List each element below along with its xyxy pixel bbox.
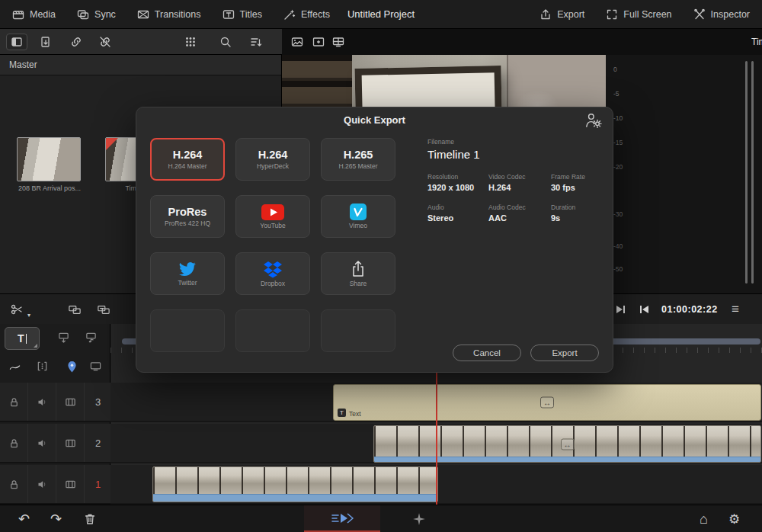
tab-color-page[interactable] bbox=[402, 505, 436, 532]
image-icon bbox=[291, 36, 303, 48]
safe-area-icon bbox=[312, 36, 325, 48]
keyword-range-button[interactable] bbox=[37, 361, 48, 372]
inspector-label: Inspector bbox=[711, 9, 750, 20]
track-mute-toggle[interactable] bbox=[28, 465, 56, 503]
preset-subtitle: H.265 Master bbox=[338, 162, 377, 170]
marker-button[interactable] bbox=[66, 360, 78, 373]
preset-subtitle: HyperDeck bbox=[257, 162, 289, 170]
media-button[interactable]: Media bbox=[12, 8, 56, 21]
text-tool-button[interactable]: T bbox=[5, 327, 40, 350]
sync-label: Sync bbox=[94, 9, 116, 20]
sync-button[interactable]: Sync bbox=[77, 8, 116, 21]
monitor-icon bbox=[332, 36, 344, 48]
cut-tool-caret: ▾ bbox=[27, 311, 30, 318]
media-pool-toggle-button[interactable] bbox=[6, 34, 27, 50]
track-enable-toggle[interactable] bbox=[56, 383, 85, 421]
preset-empty-slot bbox=[321, 309, 395, 352]
field-label: Video Codec bbox=[488, 173, 551, 181]
transitions-button[interactable]: Transitions bbox=[137, 8, 201, 21]
field-label: Duration bbox=[551, 204, 604, 211]
title-clip[interactable]: ↔ T Text bbox=[333, 384, 761, 421]
fullscreen-icon bbox=[606, 8, 618, 21]
timeline-usage-flag bbox=[106, 138, 118, 150]
tab-cut-page[interactable] bbox=[304, 505, 380, 532]
undo-button[interactable]: ↶ bbox=[18, 512, 30, 526]
title-clip-label: Text bbox=[349, 410, 361, 418]
fullscreen-button[interactable]: Full Screen bbox=[606, 8, 671, 21]
media-clip-thumbnail-1[interactable] bbox=[17, 137, 81, 181]
sort-button[interactable] bbox=[250, 36, 262, 48]
timeline-selector[interactable]: Timeline 1 ▾ bbox=[739, 29, 762, 55]
settings-button[interactable]: ⚙ bbox=[728, 511, 740, 527]
field-label: Frame Rate bbox=[551, 173, 604, 181]
clip-audio-bar bbox=[153, 494, 437, 502]
retime-icon: ↔ bbox=[540, 397, 554, 409]
speaker-icon bbox=[37, 437, 48, 449]
cut-tool-button[interactable] bbox=[11, 303, 23, 316]
menu-icon: ≡ bbox=[732, 302, 739, 316]
placement-mode-button[interactable] bbox=[69, 303, 81, 316]
timeline-options-button[interactable]: ≡ bbox=[732, 302, 739, 317]
bin-view-button[interactable] bbox=[184, 36, 197, 48]
replace-mode-button[interactable] bbox=[98, 303, 110, 316]
inspector-button[interactable]: Inspector bbox=[693, 8, 750, 21]
track-header-2[interactable]: 2 bbox=[0, 424, 110, 463]
append-clip-button[interactable] bbox=[58, 332, 69, 343]
effects-button[interactable]: Effects bbox=[283, 8, 330, 21]
media-view-button[interactable] bbox=[291, 36, 303, 48]
preset-h264-master[interactable]: H.264 H.264 Master bbox=[150, 138, 225, 181]
sort-icon bbox=[250, 36, 262, 48]
preset-youtube[interactable]: YouTube bbox=[235, 195, 310, 238]
preset-subtitle: Vimeo bbox=[349, 222, 367, 229]
bin-breadcrumb[interactable]: Master bbox=[0, 55, 281, 75]
skip-forward-button[interactable] bbox=[614, 303, 626, 316]
delete-button[interactable] bbox=[84, 513, 96, 525]
sync-clips-button[interactable] bbox=[70, 36, 82, 48]
track-enable-toggle[interactable] bbox=[56, 465, 85, 503]
skip-back-button[interactable] bbox=[639, 303, 651, 316]
search-button[interactable] bbox=[219, 36, 232, 48]
top-toolbar: Media Sync Transitions Titles Effects Un… bbox=[0, 0, 762, 29]
track-header-3[interactable]: 3 bbox=[0, 383, 110, 422]
track-lock-toggle[interactable] bbox=[0, 424, 28, 462]
sync-icon bbox=[77, 8, 89, 21]
export-settings-grid: Resolution 1920 x 1080 Video Codec H.264… bbox=[427, 173, 604, 223]
field-value: 30 fps bbox=[551, 183, 604, 192]
preset-h265-master[interactable]: H.265 H.265 Master bbox=[321, 138, 395, 181]
preset-prores[interactable]: ProRes ProRes 422 HQ bbox=[150, 195, 225, 238]
multicam-view-button[interactable] bbox=[332, 36, 344, 48]
unlink-clips-button[interactable] bbox=[99, 36, 111, 48]
preset-hyperdeck[interactable]: H.264 HyperDeck bbox=[235, 138, 310, 181]
track-mute-toggle[interactable] bbox=[28, 383, 56, 421]
track-header-1[interactable]: 1 bbox=[0, 465, 110, 505]
preset-dropbox[interactable]: Dropbox bbox=[235, 252, 310, 295]
preset-subtitle: YouTube bbox=[260, 222, 285, 229]
video-clip-track1[interactable] bbox=[152, 466, 438, 502]
audio-meters-panel: 0 -5 -10 -15 -20 -30 -40 -50 bbox=[606, 55, 762, 293]
add-audio-clip-button[interactable] bbox=[85, 332, 97, 343]
import-media-button[interactable] bbox=[40, 36, 52, 48]
sparkle-icon bbox=[412, 512, 426, 526]
preset-vimeo[interactable]: Vimeo bbox=[321, 195, 395, 238]
account-settings-button[interactable] bbox=[584, 111, 602, 130]
track-lock-toggle[interactable] bbox=[0, 465, 28, 503]
export-confirm-button[interactable]: Export bbox=[530, 345, 599, 361]
safe-area-button[interactable] bbox=[312, 36, 325, 48]
bottom-bar: ↶ ↷ ⌂ ⚙ bbox=[0, 505, 762, 532]
preset-share[interactable]: Share bbox=[321, 252, 395, 295]
draw-tool-button[interactable] bbox=[9, 361, 21, 372]
cancel-button[interactable]: Cancel bbox=[453, 345, 521, 361]
top-toolbar-right-group: Export Full Screen Inspector bbox=[539, 8, 750, 21]
filename-value: Timeline 1 bbox=[427, 148, 604, 161]
titles-button[interactable]: Titles bbox=[223, 8, 262, 21]
screen-overlay-button[interactable] bbox=[90, 361, 101, 372]
field-label: Resolution bbox=[427, 173, 488, 181]
track-lock-toggle[interactable] bbox=[0, 383, 28, 421]
track-mute-toggle[interactable] bbox=[28, 424, 56, 462]
preset-twitter[interactable]: Twitter bbox=[150, 252, 225, 295]
track-enable-toggle[interactable] bbox=[56, 424, 85, 462]
home-button[interactable]: ⌂ bbox=[700, 512, 708, 526]
redo-button[interactable]: ↷ bbox=[50, 512, 62, 526]
video-clip-track2[interactable]: ↔ bbox=[373, 425, 761, 463]
export-button[interactable]: Export bbox=[539, 8, 584, 21]
